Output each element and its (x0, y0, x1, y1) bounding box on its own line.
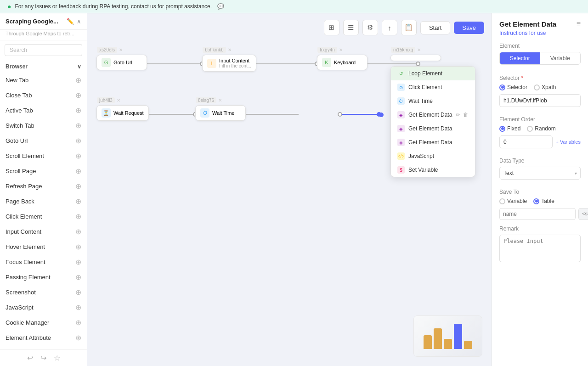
node-id-xs20els: xs20els ✕ (97, 47, 123, 53)
radio-variable-dot (499, 198, 505, 204)
node-id-m15kmxq: m15kmxq ✕ (391, 47, 421, 53)
loop-element-node[interactable]: m15kmxq ✕ (390, 55, 441, 61)
add-cookie-manager-icon[interactable]: ⊕ (75, 318, 81, 327)
grid-view-button[interactable]: ⊞ (324, 20, 339, 35)
add-passing-element-icon[interactable]: ⊕ (75, 273, 81, 282)
goto-url-icon: G (102, 58, 111, 67)
radio-random[interactable]: Random (527, 125, 555, 132)
dropdown-item-javascript[interactable]: </> JavaScript (391, 149, 475, 163)
sidebar-item-click-element[interactable]: Click Element ⊕ (0, 209, 87, 224)
goto-url-node[interactable]: xs20els ✕ G Goto Url (96, 55, 147, 70)
order-value-input[interactable] (499, 135, 553, 148)
wait-request-node[interactable]: juh4li3 ✕ ⏳ Wait Request (96, 105, 149, 121)
radio-variable[interactable]: Variable (499, 198, 527, 204)
sidebar-item-hover-element[interactable]: Hover Element ⊕ (0, 239, 87, 254)
settings-button[interactable]: ⚙ (362, 20, 378, 35)
add-active-tab-icon[interactable]: ⊕ (75, 106, 81, 115)
add-javascript-icon[interactable]: ⊕ (75, 303, 81, 312)
selector-input[interactable] (499, 94, 581, 107)
data-type-select[interactable]: Text (499, 167, 581, 180)
save-name-input[interactable] (499, 208, 576, 220)
add-switch-tab-icon[interactable]: ⊕ (75, 121, 81, 130)
edit-icon[interactable]: ✏️ (67, 18, 74, 25)
star-icon[interactable]: ☆ (54, 354, 60, 362)
sidebar-item-passing-element[interactable]: Passing Element ⊕ (0, 270, 87, 285)
save-to-section: Save To Variable Table <string> (499, 189, 581, 220)
sidebar-item-input-content[interactable]: Input Content ⊕ (0, 224, 87, 239)
save-button[interactable]: Save (454, 22, 484, 34)
delete-get-element-icon[interactable]: 🗑 (463, 112, 469, 118)
sidebar-header-actions[interactable]: ✏️ ∧ (67, 18, 81, 25)
dropdown-item-wait-time[interactable]: ⏱ Wait Time (391, 94, 475, 108)
plus-variables-link[interactable]: + Variables (555, 139, 581, 145)
wait-time-node[interactable]: 8eisg76 ✕ ⏱ Wait Time (195, 105, 246, 121)
sidebar-item-refresh-page[interactable]: Refresh Page ⊕ (0, 179, 87, 194)
sidebar-item-javascript[interactable]: JavaScript ⊕ (0, 300, 87, 315)
add-scroll-element-icon[interactable]: ⊕ (75, 152, 81, 160)
input-content-node[interactable]: bbhkmkb ✕ I Input Content Fill in the co… (202, 55, 256, 72)
tab-selector[interactable]: Selector (500, 52, 540, 64)
browser-section-label[interactable]: Browser ∨ (5, 62, 82, 72)
search-input[interactable] (5, 44, 82, 56)
list-view-button[interactable]: ☰ (343, 20, 359, 35)
add-hover-element-icon[interactable]: ⊕ (75, 242, 81, 251)
add-element-attribute-icon[interactable]: ⊕ (75, 333, 81, 342)
dropdown-item-set-variable[interactable]: $ Set Variable (391, 163, 475, 177)
discord-icon: 💬 (217, 3, 224, 10)
panel-title: Get Element Data (499, 20, 556, 28)
dropdown-item-loop-element[interactable]: ↺ Loop Element (391, 67, 475, 80)
loop-element-icon: ↺ (397, 70, 405, 77)
add-goto-url-icon[interactable]: ⊕ (75, 136, 81, 145)
dropdown-item-get-element-3[interactable]: ◈ Get Element Data (391, 135, 475, 149)
add-close-tab-icon[interactable]: ⊕ (75, 91, 81, 100)
radio-xpath[interactable]: Xpath (534, 84, 556, 90)
keyboard-node[interactable]: frxgy4n ✕ K Keyboard (317, 55, 368, 70)
add-new-tab-icon[interactable]: ⊕ (75, 76, 81, 84)
radio-selector[interactable]: Selector (499, 84, 527, 90)
add-click-element-icon[interactable]: ⊕ (75, 212, 81, 221)
sidebar-item-element-attribute[interactable]: Element Attribute ⊕ (0, 330, 87, 345)
type-badge: <string> (578, 208, 588, 220)
add-focus-element-icon[interactable]: ⊕ (75, 258, 81, 266)
add-refresh-page-icon[interactable]: ⊕ (75, 182, 81, 191)
add-screenshot-icon[interactable]: ⊕ (75, 288, 81, 297)
sidebar-item-new-tab[interactable]: New Tab ⊕ (0, 73, 87, 88)
undo-icon[interactable]: ↩ (27, 354, 33, 362)
node-id-juh4li3: juh4li3 ✕ (97, 97, 120, 103)
sidebar-item-goto-url[interactable]: Goto Url ⊕ (0, 133, 87, 148)
tab-variable[interactable]: Variable (540, 52, 581, 64)
sidebar-item-scroll-element[interactable]: Scroll Element ⊕ (0, 148, 87, 163)
panel-menu-icon[interactable]: ≡ (577, 20, 581, 28)
add-scroll-page-icon[interactable]: ⊕ (75, 167, 81, 175)
order-input-row: + Variables (499, 135, 581, 148)
radio-table[interactable]: Table (533, 198, 554, 204)
redo-icon[interactable]: ↪ (40, 354, 46, 362)
dropdown-item-click-element[interactable]: ⊙ Click Element (391, 80, 475, 94)
export-button[interactable]: ↑ (382, 20, 397, 35)
sidebar-item-page-back[interactable]: Page Back ⊕ (0, 194, 87, 209)
sidebar-item-switch-tab[interactable]: Switch Tab ⊕ (0, 118, 87, 133)
start-button[interactable]: Start (420, 21, 450, 34)
element-label: Element (499, 43, 581, 49)
sidebar-item-active-tab[interactable]: Active Tab ⊕ (0, 103, 87, 118)
node-id-bbhkmkb: bbhkmkb ✕ (203, 47, 232, 53)
collapse-icon[interactable]: ∧ (77, 18, 81, 25)
dropdown-item-get-element-2[interactable]: ◈ Get Element Data (391, 122, 475, 135)
sidebar-item-close-tab[interactable]: Close Tab ⊕ (0, 88, 87, 103)
edit-get-element-icon[interactable]: ✏ (456, 112, 460, 118)
selector-radio-group: Selector Xpath (499, 84, 581, 90)
sidebar-item-screenshot[interactable]: Screenshot ⊕ (0, 285, 87, 300)
sidebar-item-cookie-manager[interactable]: Cookie Manager ⊕ (0, 315, 87, 330)
radio-fixed[interactable]: Fixed (499, 125, 520, 132)
clipboard-button[interactable]: 📋 (401, 20, 417, 35)
get-element-actions-1: ✏ 🗑 (456, 112, 469, 118)
add-page-back-icon[interactable]: ⊕ (75, 197, 81, 206)
instructions-link[interactable]: Instructions for use (499, 30, 581, 36)
node-id-8eisg76: 8eisg76 ✕ (196, 97, 222, 103)
data-type-label: Data Type (499, 158, 581, 164)
dropdown-item-get-element-1[interactable]: ◈ Get Element Data ✏ 🗑 (391, 108, 475, 122)
sidebar-item-focus-element[interactable]: Focus Element ⊕ (0, 254, 87, 270)
remark-textarea[interactable] (499, 235, 581, 262)
sidebar-item-scroll-page[interactable]: Scroll Page ⊕ (0, 163, 87, 179)
add-input-content-icon[interactable]: ⊕ (75, 227, 81, 236)
